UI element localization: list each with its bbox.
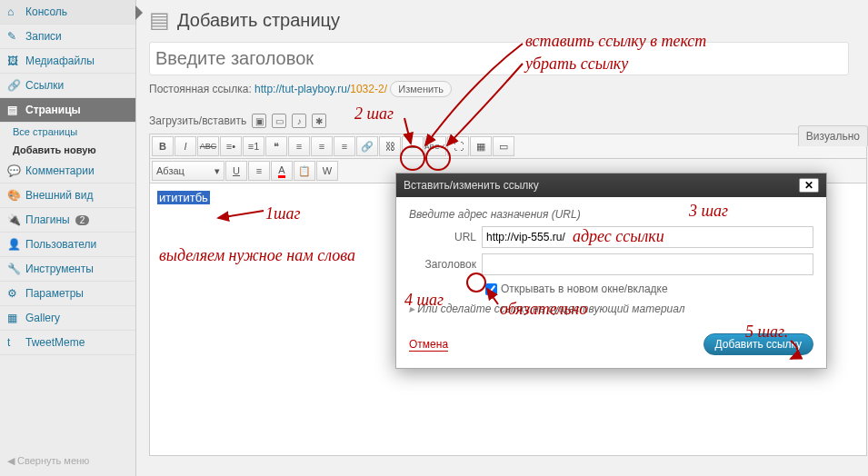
plug-icon: 🔌 (7, 213, 20, 226)
link-button[interactable]: 🔗 (356, 136, 378, 156)
permalink-link[interactable]: http://tut-playboy.ru/1032-2/ (254, 83, 387, 95)
gear-icon: ⚙ (7, 287, 20, 300)
spellcheck-button[interactable]: ABC✓ (424, 136, 446, 156)
plugin-badge: 2 (75, 215, 90, 225)
sidebar-item-tools[interactable]: 🔧Инструменты (0, 257, 135, 282)
tool-icon: 🔧 (7, 263, 20, 275)
pin-icon: ✎ (7, 30, 20, 43)
page-icon: ▤ (149, 7, 170, 33)
sidebar-item-tweetmeme[interactable]: tTweetMeme (0, 331, 135, 355)
upload-audio-icon[interactable]: ♪ (292, 114, 306, 128)
new-window-checkbox[interactable] (485, 283, 497, 295)
more-button[interactable]: — (402, 136, 424, 156)
ul-button[interactable]: ≡• (220, 136, 242, 156)
align-center-button[interactable]: ≡ (311, 136, 333, 156)
italic-button[interactable]: I (175, 136, 196, 156)
checkbox-label: Открывать в новом окне/вкладке (501, 283, 668, 295)
edit-slug-button[interactable]: Изменить (390, 81, 452, 97)
paste-text-button[interactable]: 📋 (294, 161, 315, 181)
page-title: Добавить страницу (177, 10, 340, 31)
sidebar-item-users[interactable]: 👤Пользователи (0, 233, 135, 257)
editor-toolbar-row1: B I ABC ≡• ≡1 ❝ ≡ ≡ ≡ 🔗 ⛓ — ABC✓ ⛶ ▦ ▭ (149, 134, 867, 159)
home-icon: ⌂ (7, 5, 20, 18)
link-icon: 🔗 (7, 79, 20, 92)
media-icon: 🖼 (7, 55, 20, 67)
dialog-intro: Введите адрес назначения (URL) (409, 208, 813, 221)
sidebar-item-media[interactable]: 🖼Медиафайлы (0, 49, 135, 74)
link-dialog: Вставить/изменить ссылку ✕ Введите адрес… (395, 173, 827, 369)
gallery-icon: ▦ (7, 312, 20, 324)
textcolor-button[interactable]: A (271, 161, 293, 181)
sidebar-item-console[interactable]: ⌂Консоль (0, 0, 135, 25)
extra-button[interactable]: ▭ (493, 136, 514, 156)
add-link-button[interactable]: Добавить ссылку (703, 333, 813, 355)
title-input[interactable] (482, 253, 813, 275)
existing-content-toggle[interactable]: Или сделайте ссылку на существующий мате… (409, 302, 813, 315)
format-select[interactable]: Абзац▾ (152, 161, 224, 181)
post-title-input[interactable] (149, 42, 849, 75)
fullscreen-button[interactable]: ⛶ (447, 136, 469, 156)
justify-button[interactable]: ≡ (248, 161, 270, 181)
unlink-button[interactable]: ⛓ (379, 136, 401, 156)
appearance-icon: 🎨 (7, 189, 20, 202)
paste-word-button[interactable]: W (316, 161, 338, 181)
ol-button[interactable]: ≡1 (243, 136, 264, 156)
sidebar-item-plugins[interactable]: 🔌Плагины 2 (0, 208, 135, 233)
permalink-row: Постоянная ссылка: http://tut-playboy.ru… (149, 81, 855, 97)
underline-button[interactable]: U (225, 161, 247, 181)
sidebar-item-gallery[interactable]: ▦Gallery (0, 306, 135, 331)
kitchensink-button[interactable]: ▦ (470, 136, 492, 156)
sidebar-item-pages[interactable]: ▤Страницы (0, 98, 135, 123)
admin-sidebar: ⌂Консоль ✎Записи 🖼Медиафайлы 🔗Ссылки ▤Ст… (0, 0, 136, 476)
dialog-titlebar: Вставить/изменить ссылку ✕ (396, 174, 826, 197)
sidebar-item-posts[interactable]: ✎Записи (0, 25, 135, 49)
collapse-menu[interactable]: ◀ Свернуть меню (7, 455, 89, 467)
align-left-button[interactable]: ≡ (288, 136, 310, 156)
strike-button[interactable]: ABC (197, 136, 219, 156)
quote-button[interactable]: ❝ (265, 136, 287, 156)
cancel-link[interactable]: Отмена (409, 338, 448, 352)
page-icon: ▤ (7, 104, 20, 116)
url-label: URL (409, 231, 482, 243)
url-input[interactable] (482, 226, 813, 248)
sidebar-sub-all-pages[interactable]: Все страницы (0, 123, 135, 141)
align-right-button[interactable]: ≡ (334, 136, 355, 156)
bold-button[interactable]: B (152, 136, 174, 156)
sidebar-item-comments[interactable]: 💬Комментарии (0, 159, 135, 183)
upload-video-icon[interactable]: ▭ (272, 114, 286, 128)
comment-icon: 💬 (7, 164, 20, 177)
user-icon: 👤 (7, 238, 20, 251)
selected-text: итититбь (157, 191, 210, 204)
sidebar-sub-add-new[interactable]: Добавить новую (0, 141, 135, 159)
upload-media-icon[interactable]: ✱ (312, 114, 326, 128)
upload-row: Загрузить/вставить ▣ ▭ ♪ ✱ (149, 114, 855, 128)
twitter-icon: t (7, 336, 20, 349)
upload-image-icon[interactable]: ▣ (252, 114, 266, 128)
sidebar-item-links[interactable]: 🔗Ссылки (0, 74, 135, 98)
title-label: Заголовок (409, 258, 482, 271)
dialog-close-button[interactable]: ✕ (799, 178, 819, 193)
sidebar-item-appearance[interactable]: 🎨Внешний вид (0, 183, 135, 208)
tab-visual[interactable]: Визуально (798, 125, 868, 146)
sidebar-item-settings[interactable]: ⚙Параметры (0, 282, 135, 306)
